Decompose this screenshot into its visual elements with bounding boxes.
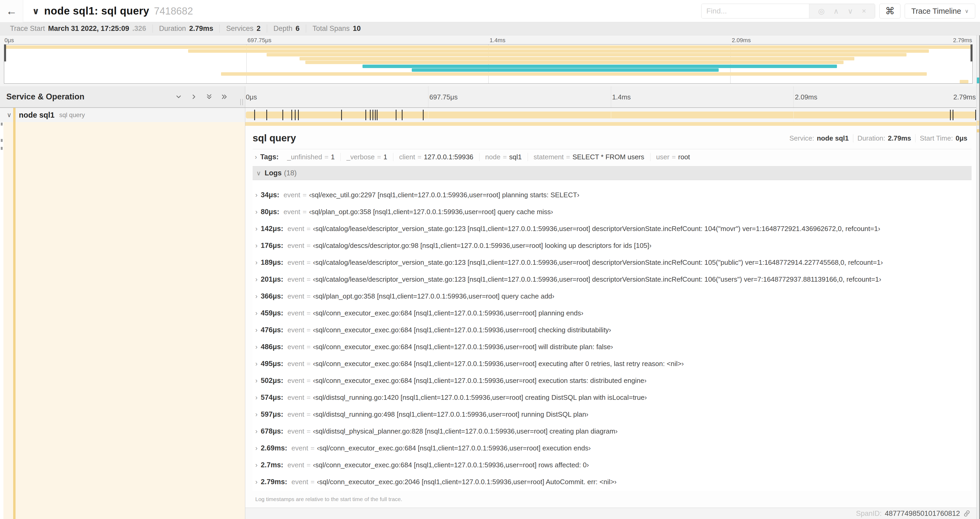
expand-log-icon[interactable]: ›: [255, 461, 258, 469]
timeline-tick-label: 0μs: [246, 93, 257, 101]
span-bar-track[interactable]: [245, 108, 976, 122]
deep-link-icon[interactable]: [963, 510, 970, 517]
scrollbar-strip[interactable]: [976, 35, 980, 519]
log-timestamp: 486μs:: [261, 343, 283, 351]
expand-log-icon[interactable]: ›: [255, 208, 258, 216]
find-next-icon[interactable]: ∨: [848, 7, 853, 16]
span-row-name-column[interactable]: ∨ node sql1 sql query: [0, 108, 245, 122]
viewport-end-handle[interactable]: [970, 45, 972, 61]
log-field-name: event: [287, 343, 304, 351]
span-detail-zone: sql query Service: node sql1 Duration: 2…: [0, 122, 976, 519]
tag-item[interactable]: statement=SELECT * FROM users: [528, 153, 650, 161]
log-marker: [282, 110, 283, 120]
log-entry[interactable]: ›2.69ms:event=‹sql/conn_executor_exec.go…: [253, 440, 972, 457]
find-prev-icon[interactable]: ∧: [834, 7, 839, 16]
column-resize-handle[interactable]: [240, 99, 243, 105]
log-field-name: event: [287, 427, 304, 435]
double-chevron-right-icon[interactable]: [221, 93, 228, 101]
minimap-span-bar: [305, 61, 843, 64]
log-entry[interactable]: ›201μs:event=‹sql/catalog/lease/descript…: [253, 271, 972, 288]
log-marker: [291, 110, 292, 120]
gutter-mark: [1, 123, 3, 126]
tag-item[interactable]: _unfinished=1: [282, 153, 340, 161]
span-row[interactable]: ∨ node sql1 sql query: [0, 108, 976, 122]
tag-item[interactable]: client=127.0.0.1:59936: [393, 153, 479, 161]
log-entry[interactable]: ›502μs:event=‹sql/conn_executor_exec.go:…: [253, 372, 972, 389]
expand-log-icon[interactable]: ›: [255, 191, 258, 199]
expand-log-icon[interactable]: ›: [255, 343, 258, 351]
expand-tags-icon[interactable]: ›: [255, 153, 257, 161]
double-chevron-down-icon[interactable]: [205, 93, 213, 101]
expand-log-icon[interactable]: ›: [255, 241, 258, 250]
chevron-down-icon[interactable]: [175, 93, 182, 101]
minimap-span-bar: [299, 57, 854, 61]
viewport-start-handle[interactable]: [4, 45, 6, 61]
log-entry[interactable]: ›189μs:event=‹sql/catalog/lease/descript…: [253, 254, 972, 271]
find-input[interactable]: [702, 4, 809, 18]
log-entry[interactable]: ›574μs:event=‹sql/distsql_running.go:142…: [253, 389, 972, 406]
view-selector-dropdown[interactable]: Trace Timeline ∨: [905, 4, 975, 18]
expand-log-icon[interactable]: ›: [255, 275, 258, 284]
minimap-canvas[interactable]: [4, 44, 973, 84]
expand-log-icon[interactable]: ›: [255, 393, 258, 402]
log-value: ‹sql/distsql_running.go:1420 [nsql1,clie…: [313, 393, 647, 402]
find-clear-icon[interactable]: ×: [862, 7, 866, 15]
log-timestamp: 366μs:: [261, 292, 283, 300]
chevron-right-icon[interactable]: [190, 93, 197, 101]
log-entry[interactable]: ›80μs:event=‹sql/plan_opt.go:358 [nsql1,…: [253, 203, 972, 220]
expand-log-icon[interactable]: ›: [255, 377, 258, 385]
keyboard-shortcuts-button[interactable]: ⌘: [879, 4, 900, 18]
expand-log-icon[interactable]: ›: [255, 360, 258, 368]
logs-header[interactable]: ∨ Logs (18): [253, 166, 972, 180]
log-entry[interactable]: ›2.7ms:event=‹sql/conn_executor_exec.go:…: [253, 457, 972, 473]
expand-log-icon[interactable]: ›: [255, 225, 258, 233]
log-entry[interactable]: ›459μs:event=‹sql/conn_executor_exec.go:…: [253, 305, 972, 321]
log-entry[interactable]: ›366μs:event=‹sql/plan_opt.go:358 [nsql1…: [253, 288, 972, 305]
expand-log-icon[interactable]: ›: [255, 478, 258, 486]
collapse-span-icon[interactable]: ∨: [7, 111, 11, 119]
tag-item[interactable]: node=sql1: [479, 153, 528, 161]
timeline-tick-label: 697.75μs: [430, 93, 458, 101]
log-value: ‹sql/conn_executor_exec.go:684 [nsql1,cl…: [313, 309, 583, 317]
expand-log-icon[interactable]: ›: [255, 259, 258, 267]
log-entry[interactable]: ›495μs:event=‹sql/conn_executor_exec.go:…: [253, 355, 972, 372]
view-selector-label: Trace Timeline: [911, 7, 961, 16]
equals-sign: =: [672, 153, 676, 161]
log-entry[interactable]: ›142μs:event=‹sql/catalog/lease/descript…: [253, 220, 972, 237]
span-operation-name: sql query: [59, 111, 85, 119]
collapse-trace-header-icon[interactable]: ∨: [32, 6, 40, 16]
log-field-name: event: [287, 275, 304, 284]
collapse-logs-icon[interactable]: ∨: [256, 169, 261, 177]
log-value: ‹sql/catalog/lease/descriptor_version_st…: [313, 259, 883, 267]
minimap-span-bar: [4, 45, 972, 49]
trace-summary: Trace StartMarch 31 2022, 17:25:09.326Du…: [0, 22, 980, 35]
span-service-name: node sql1: [19, 111, 54, 120]
tags-row[interactable]: › Tags: _unfinished=1_verbose=1client=12…: [253, 149, 972, 164]
log-entry[interactable]: ›176μs:event=‹sql/catalog/descs/descript…: [253, 237, 972, 254]
back-button[interactable]: ←: [0, 0, 23, 22]
expand-log-icon[interactable]: ›: [255, 309, 258, 317]
summary-item: Services2: [220, 24, 267, 33]
expand-log-icon[interactable]: ›: [255, 427, 258, 435]
log-entry[interactable]: ›486μs:event=‹sql/conn_executor_exec.go:…: [253, 339, 972, 355]
log-marker: [254, 110, 255, 120]
tag-item[interactable]: _verbose=1: [340, 153, 393, 161]
command-icon: ⌘: [885, 6, 895, 17]
log-value: ‹sql/conn_executor_exec.go:684 [nsql1,cl…: [313, 461, 589, 469]
logs-count: (18): [284, 169, 297, 177]
log-entry[interactable]: ›476μs:event=‹sql/conn_executor_exec.go:…: [253, 321, 972, 339]
expand-log-icon[interactable]: ›: [255, 292, 258, 300]
log-entry[interactable]: ›34μs:event=‹sql/exec_util.go:2297 [nsql…: [253, 187, 972, 203]
find-buttons: ◎ ∧ ∨ ×: [809, 4, 875, 18]
expand-log-icon[interactable]: ›: [255, 326, 258, 334]
summary-value: 2.79ms: [189, 24, 213, 33]
log-entry[interactable]: ›678μs:event=‹sql/distsql_physical_plann…: [253, 423, 972, 440]
expand-log-icon[interactable]: ›: [255, 444, 258, 452]
log-marker: [295, 110, 296, 120]
expand-log-icon[interactable]: ›: [255, 410, 258, 418]
tag-item[interactable]: user=root: [650, 153, 696, 161]
log-entry[interactable]: ›597μs:event=‹sql/distsql_running.go:498…: [253, 406, 972, 423]
log-entry[interactable]: ›2.79ms:event=‹sql/conn_executor_exec.go…: [253, 473, 972, 490]
locate-icon[interactable]: ◎: [818, 7, 824, 16]
gutter-mark: [1, 139, 3, 142]
